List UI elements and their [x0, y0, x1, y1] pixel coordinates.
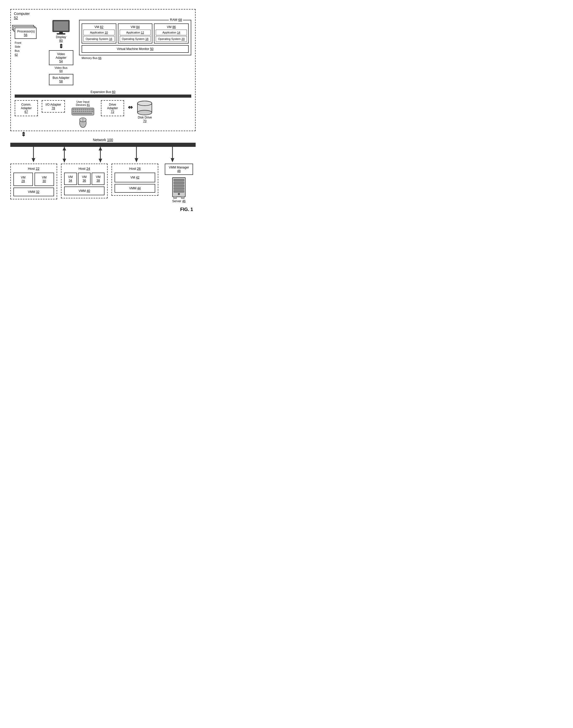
svg-rect-22 [87, 111, 89, 112]
vm-36-box: VM36 [78, 173, 91, 185]
vm-84-title: VM 84 [120, 25, 151, 29]
diagram-container: Computer52 Processor(s)56 FrontSideBus6 [6, 5, 200, 216]
monitor-icon [52, 20, 70, 35]
right-column: RAM 68 VM 82 Application 10 Operating Sy… [79, 20, 191, 86]
arrow-host22 [28, 147, 39, 162]
svg-rect-3 [57, 33, 65, 35]
svg-rect-21 [85, 111, 87, 112]
vm-30-box: VM30 [35, 173, 54, 186]
computer-number: 52 [14, 16, 18, 20]
svg-rect-49 [174, 182, 184, 184]
arrow-down-host22 [31, 147, 37, 162]
svg-rect-54 [173, 197, 176, 199]
arrow-down-server [169, 147, 175, 162]
host-24-vms: VM34 VM36 VM38 [64, 173, 105, 185]
svg-marker-39 [62, 159, 66, 162]
svg-rect-20 [83, 111, 85, 112]
network-area: Network 100 [10, 138, 196, 147]
svg-rect-23 [89, 111, 91, 112]
vm-86-title: VM 86 [156, 25, 187, 29]
svg-rect-25 [72, 113, 92, 114]
svg-point-33 [138, 110, 152, 115]
svg-rect-1 [54, 21, 68, 31]
app-14-box: Application 14 [156, 30, 187, 35]
disk-drive-icon [137, 100, 153, 116]
computer-label: Computer52 [14, 12, 30, 20]
user-input-label: User InputDevices 81 [76, 100, 90, 106]
server-label: Server 46 [172, 199, 186, 203]
vm-34-box: VM34 [64, 173, 77, 185]
vm-38-box: VM38 [92, 173, 105, 185]
server-vmm-area: VMM Manager48 [162, 163, 196, 203]
bus-adapter-box: Bus Adapter58 [49, 74, 73, 85]
arrow-host22b [59, 147, 69, 162]
hosts-server-row: Host 22 VM28 VM30 VMM 32 Host 24 VM34 [10, 163, 196, 203]
comm-arrows: ⇕ [10, 131, 196, 138]
svg-rect-9 [81, 109, 83, 110]
disk-drive-area: Disk Drive70 [137, 100, 153, 123]
vm-86-box: VM 86 Application 14 Operating System 20 [154, 23, 189, 44]
svg-rect-8 [79, 109, 80, 110]
vm-42-box: VM 42 [114, 173, 155, 182]
adapters-row: Comm. Adapter67 I/O Adapter78 User Input… [15, 100, 191, 128]
arrow-updown-host24 [97, 147, 103, 162]
vmm-bar: Virtual Machine Monitor 50 [82, 45, 189, 53]
drive-disk-arrow: ⇔ [128, 104, 133, 111]
svg-rect-18 [79, 111, 80, 112]
os-20-box: Operating System 20 [156, 36, 187, 42]
host-22-box: Host 22 VM28 VM30 VMM 32 [10, 163, 57, 199]
io-adapter-box: I/O Adapter78 [42, 100, 65, 112]
vm-82-box: VM 82 Application 10 Operating System 16 [82, 23, 116, 44]
computer-box: Computer52 Processor(s)56 FrontSideBus6 [10, 9, 196, 131]
host-26-vms: VM 42 [114, 173, 155, 182]
app-12-box: Application 12 [120, 30, 151, 35]
vm-82-title: VM 82 [84, 25, 114, 29]
svg-marker-41 [99, 147, 102, 150]
host-22-label: Host 22 [13, 167, 54, 171]
arrow-host26 [131, 147, 142, 162]
svg-rect-11 [85, 109, 87, 110]
svg-marker-38 [62, 147, 66, 150]
video-adapter-box: Video Adapter54 [49, 50, 73, 65]
network-label: Network 100 [10, 138, 196, 142]
svg-rect-24 [91, 111, 93, 112]
server-area: Server 46 [170, 177, 188, 203]
memory-bus-label: Memory Bus 66 [82, 56, 191, 59]
arrow-host24 [95, 147, 106, 162]
network-arrows-row [10, 147, 196, 162]
app-10-box: Application 10 [84, 30, 114, 35]
svg-rect-15 [72, 111, 74, 112]
svg-rect-10 [83, 109, 85, 110]
svg-rect-52 [174, 190, 184, 192]
host-24-box: Host 24 VM34 VM36 VM38 VMM 40 [61, 163, 108, 198]
svg-rect-13 [89, 109, 91, 110]
svg-rect-55 [181, 197, 184, 199]
server-icon [170, 177, 188, 199]
drive-adapter-box: Drive Adapter72 [101, 100, 124, 116]
processor-box: Processor(s)56 [15, 28, 37, 39]
svg-rect-51 [174, 188, 184, 190]
host-26-label: Host 26 [114, 167, 155, 171]
host-24-label: Host 24 [64, 167, 105, 171]
front-side-bus-label: FrontSideBus62 [15, 41, 21, 57]
svg-marker-46 [171, 158, 174, 162]
svg-rect-17 [77, 111, 78, 112]
svg-rect-50 [174, 185, 184, 187]
host-26-box: Host 26 VM 42 VMM 44 [111, 163, 158, 196]
vmm-40-box: VMM 40 [64, 187, 105, 195]
display-label: Display80 [56, 35, 66, 43]
video-bus-label: Video Bus64 [55, 66, 67, 72]
vm-28-box: VM28 [13, 173, 33, 186]
fig-label: FIG. 1 [10, 207, 196, 212]
svg-rect-7 [77, 109, 78, 110]
host-22-vms: VM28 VM30 [13, 173, 54, 186]
keyboard-icon [71, 107, 95, 116]
expansion-bus-bar [15, 95, 191, 98]
vmm-32-box: VMM 32 [13, 188, 54, 196]
user-input-area: User InputDevices 81 [69, 100, 97, 128]
disk-drive-label: Disk Drive70 [138, 116, 152, 123]
vm-row: VM 82 Application 10 Operating System 16… [82, 23, 189, 44]
comm-adapter-arrow: ⇕ [21, 131, 26, 138]
svg-marker-36 [32, 158, 35, 162]
svg-rect-5 [72, 109, 74, 110]
